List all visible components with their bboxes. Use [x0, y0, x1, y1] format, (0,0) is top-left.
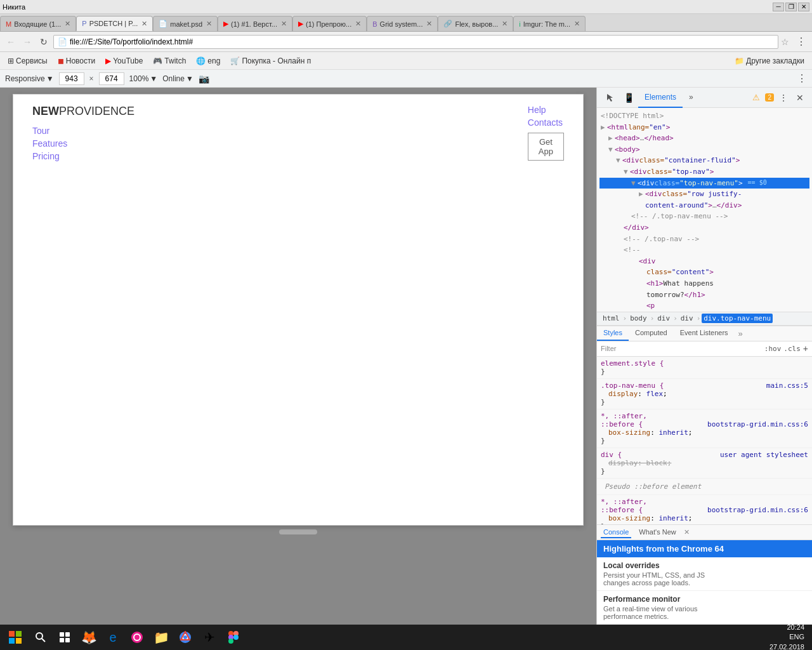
bookmark-pokupka[interactable]: 🛒 Покупка - Онлайн п — [226, 55, 315, 67]
explorer-button[interactable]: 📁 — [150, 626, 173, 649]
tree-comment-top-nav[interactable]: <!-- /.top-nav --> — [599, 234, 809, 245]
breadcrumb-div2[interactable]: div — [679, 314, 695, 323]
tree-html[interactable]: ▶ <html lang="en"> — [599, 122, 809, 133]
figma-button[interactable] — [222, 626, 245, 649]
online-dropdown[interactable]: Online ▼ — [162, 74, 193, 83]
more-devtools-button[interactable]: ⋮ — [797, 72, 807, 84]
height-input[interactable] — [99, 72, 124, 85]
tab-imgur[interactable]: i Imgur: The m... ✕ — [513, 16, 586, 31]
tree-div-class-content[interactable]: class="content"> — [599, 267, 809, 278]
tab-youtube2[interactable]: ▶ (1) Препрою... ✕ — [292, 16, 367, 31]
devtools-tab-more[interactable]: » — [683, 88, 700, 108]
tree-head[interactable]: ▶ <head>…</head> — [599, 133, 809, 144]
nav-help-link[interactable]: Help — [528, 105, 546, 115]
chrome-settings-button[interactable]: ⋮ — [794, 35, 808, 49]
breadcrumb-html[interactable]: html — [601, 314, 622, 323]
tree-row-justify[interactable]: ▶ <div class="row justify- — [599, 189, 809, 200]
tree-row-justify-2[interactable]: content-around">…</div> — [599, 200, 809, 211]
forward-button[interactable]: → — [20, 35, 34, 49]
tab-flex[interactable]: 🔗 Flex, выров... ✕ — [438, 16, 513, 31]
close-button[interactable]: ✕ — [798, 3, 809, 11]
tab-close-imgur[interactable]: ✕ — [574, 20, 580, 28]
breadcrumb-body[interactable]: body — [628, 314, 649, 323]
tree-top-nav-menu[interactable]: ▼ <div class="top-nav-menu"> == $0 — [599, 178, 809, 189]
tab-grid[interactable]: B Grid system... ✕ — [367, 16, 438, 31]
edge-button[interactable]: e — [102, 626, 124, 649]
tab-close-yt1[interactable]: ✕ — [281, 20, 287, 28]
bookmark-youtube[interactable]: ▶ YouTube — [102, 55, 147, 67]
tree-h1-open[interactable]: <h1>What happens — [599, 278, 809, 289]
tab-maket[interactable]: 📄 maket.psd ✕ — [153, 16, 218, 31]
devtools-tab-inspect[interactable] — [602, 88, 620, 108]
nav-tour-link[interactable]: Tour — [32, 126, 134, 136]
tree-container-fluid[interactable]: ▼ <div class="container-fluid"> — [599, 155, 809, 166]
styles-tab-styles[interactable]: Styles — [597, 326, 629, 341]
console-tab-console[interactable]: Console — [601, 527, 631, 538]
responsive-dropdown[interactable]: Responsive ▼ — [5, 74, 54, 83]
reload-button[interactable]: ↻ — [37, 35, 51, 49]
tab-gmail[interactable]: M Входящие (1... ✕ — [0, 16, 76, 31]
tree-doctype[interactable]: <!DOCTYPE html> — [599, 110, 809, 122]
osu-button[interactable] — [126, 626, 148, 649]
tab-youtube1[interactable]: ▶ (1) #1. Верст... ✕ — [218, 16, 292, 31]
tree-comment-nav-menu[interactable]: <!-- /.top-nav-menu --> — [599, 211, 809, 222]
tree-p-open[interactable]: <p — [599, 300, 809, 311]
search-button[interactable] — [29, 626, 52, 649]
tab-psdetch[interactable]: P PSDETCH | P... ✕ — [76, 16, 153, 31]
console-close-button[interactable]: ✕ — [684, 528, 690, 536]
tree-close-div1[interactable]: </div> — [599, 222, 809, 234]
styles-tab-event-listeners[interactable]: Event Listeners — [674, 326, 735, 341]
start-button[interactable] — [3, 626, 28, 649]
bookmark-twitch[interactable]: 🎮 Twitch — [149, 55, 190, 67]
restore-button[interactable]: ❐ — [785, 3, 797, 11]
back-button[interactable]: ← — [4, 35, 18, 49]
tab-close-psdetch[interactable]: ✕ — [141, 20, 147, 28]
chrome-button[interactable] — [174, 626, 197, 649]
tree-div-content[interactable]: <div — [599, 256, 809, 267]
minimize-button[interactable]: ─ — [773, 3, 784, 11]
styles-tab-more[interactable]: » — [735, 326, 747, 341]
scroll-handle[interactable] — [279, 529, 317, 534]
zoom-dropdown[interactable]: 100% ▼ — [129, 74, 158, 83]
tab-close-grid[interactable]: ✕ — [426, 20, 432, 28]
tree-body[interactable]: ▼ <body> — [599, 144, 809, 156]
svg-rect-1 — [16, 631, 22, 637]
css-source-bootstrap2[interactable]: bootstrap-grid.min.css:6 — [707, 506, 808, 514]
screenshot-button[interactable]: 📷 — [199, 74, 209, 84]
tree-h1-close[interactable]: tomorrow?</h1> — [599, 289, 809, 301]
bookmark-novosti[interactable]: ◼ Новости — [54, 55, 99, 67]
devtools-tab-device[interactable]: 📱 — [620, 88, 638, 108]
filter-input[interactable] — [619, 345, 761, 352]
firefox-button[interactable]: 🦊 — [77, 626, 100, 649]
devtools-close-button[interactable]: ✕ — [793, 91, 807, 105]
add-style-button[interactable]: + — [803, 343, 808, 354]
styles-tab-computed[interactable]: Computed — [629, 326, 674, 341]
tree-comment-open[interactable]: <!-- — [599, 244, 809, 256]
get-app-button[interactable]: GetApp — [528, 133, 564, 161]
telegram-button[interactable]: ✈ — [198, 626, 221, 649]
bookmark-other[interactable]: 📁 Другие закладки — [731, 55, 808, 67]
nav-pricing-link[interactable]: Pricing — [32, 151, 134, 161]
tab-close-flex[interactable]: ✕ — [502, 20, 508, 28]
nav-contacts-link[interactable]: Contacts — [528, 117, 563, 128]
console-tab-whatsnew[interactable]: What's New — [636, 527, 678, 538]
breadcrumb-div1[interactable]: div — [655, 314, 672, 323]
css-source-bootstrap1[interactable]: bootstrap-grid.min.css:6 — [707, 420, 808, 428]
class-button[interactable]: .cls — [783, 345, 801, 353]
width-input[interactable] — [59, 72, 84, 85]
bookmark-servisy[interactable]: ⊞ Сервисы — [4, 55, 51, 67]
tab-close-yt2[interactable]: ✕ — [355, 20, 361, 28]
css-source-main[interactable]: main.css:5 — [766, 381, 808, 390]
tree-top-nav[interactable]: ▼ <div class="top-nav"> — [599, 166, 809, 178]
bookmark-eng[interactable]: 🌐 eng — [192, 55, 224, 67]
devtools-settings-button[interactable]: ⋮ — [776, 91, 790, 105]
bookmark-star-button[interactable]: ☆ — [781, 37, 789, 47]
nav-features-link[interactable]: Features — [32, 138, 134, 149]
address-input[interactable]: 📄 file:///E:/Site/To/portfolio/indext.ht… — [53, 35, 778, 49]
tab-close-maket[interactable]: ✕ — [206, 20, 212, 28]
devtools-tab-elements[interactable]: Elements — [638, 88, 683, 108]
hover-pseudo-button[interactable]: :hov — [764, 345, 782, 353]
breadcrumb-top-nav-menu[interactable]: div.top-nav-menu — [702, 314, 773, 323]
tab-close-gmail[interactable]: ✕ — [65, 20, 70, 28]
task-view-button[interactable] — [53, 626, 76, 649]
